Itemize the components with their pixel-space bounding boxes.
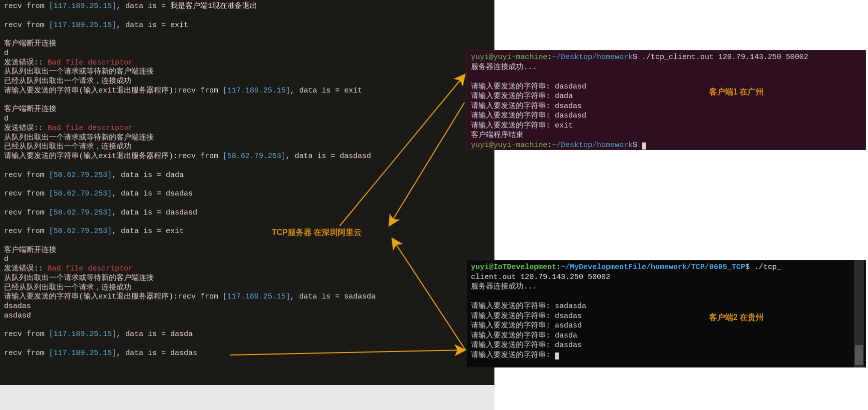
terminal-line: recv from [117.189.25.15], data is = exi…	[4, 21, 490, 30]
terminal-line: 客户端断开连接	[4, 246, 490, 256]
terminal-line	[4, 321, 490, 330]
terminal-line	[4, 162, 490, 171]
terminal-line: 发送错误:: Bad file descriptor	[4, 264, 490, 274]
client2-scrollbar-thumb[interactable]	[855, 345, 863, 365]
terminal-line: 请输入要发送的字符串(输入exit退出服务器程序):recv from [117…	[4, 86, 490, 96]
terminal-line: 从队列出取出一个请求或等待新的客户端连接	[4, 68, 490, 77]
terminal-line: recv from [117.189.25.15], data is = das…	[4, 349, 490, 358]
terminal-line: recv from [58.62.79.253], data is = dsad…	[4, 190, 490, 199]
terminal-line: dsadas	[4, 302, 490, 312]
terminal-line	[4, 199, 490, 208]
server-terminal[interactable]: recv from [117.189.25.15], data is = 我是客…	[0, 0, 494, 385]
client2-scrollbar[interactable]	[854, 260, 864, 368]
terminal-line: recv from [117.189.25.15], data is = das…	[4, 330, 490, 340]
terminal-line: 请输入要发送的字符串(输入exit退出服务器程序):recv from [58.…	[4, 152, 490, 162]
terminal-line: asdasd	[4, 312, 490, 321]
terminal-line: d	[4, 114, 490, 124]
terminal-line: 发送错误:: Bad file descriptor	[4, 124, 490, 134]
terminal-line: 已经从队列出取出一个请求，连接成功	[4, 77, 490, 86]
terminal-line	[4, 12, 490, 21]
terminal-line: 客户端断开连接	[4, 105, 490, 114]
terminal-line	[4, 30, 490, 40]
terminal-line: 从队列出取出一个请求或等待新的客户端连接	[4, 134, 490, 143]
terminal-line: 发送错误:: Bad file descriptor	[4, 58, 490, 68]
terminal-line	[4, 218, 490, 227]
terminal-line: d	[4, 255, 490, 264]
label-client2: 客户端2 在贵州	[709, 312, 764, 323]
label-client1: 客户端1 在广州	[709, 87, 764, 98]
client2-terminal[interactable]: yuyi@IoTDevelopment:~/MyDevelopmentFile/…	[466, 260, 866, 368]
terminal-line: d	[4, 49, 490, 58]
terminal-line: 请输入要发送的字符串(输入exit退出服务器程序):recv from [117…	[4, 292, 490, 302]
terminal-line: 已经从队列出取出一个请求，连接成功	[4, 142, 490, 152]
terminal-line	[4, 180, 490, 190]
terminal-line	[4, 340, 490, 349]
terminal-line: recv from [117.189.25.15], data is = 我是客…	[4, 2, 490, 12]
terminal-line: recv from [58.62.79.253], data is = dada	[4, 171, 490, 180]
terminal-line: recv from [58.62.79.253], data is = dasd…	[4, 208, 490, 218]
terminal-line	[4, 96, 490, 106]
terminal-line: 客户端断开连接	[4, 40, 490, 49]
client1-terminal[interactable]: yuyi@yuyi-machine:~/Desktop/homework$ ./…	[466, 50, 866, 150]
server-terminal-bottom-bar	[0, 385, 494, 410]
label-server: TCP服务器 在深圳阿里云	[272, 228, 362, 238]
terminal-line: 已经从队列出取出一个请求，连接成功	[4, 284, 490, 293]
terminal-line: recv from [58.62.79.253], data is = exit	[4, 227, 490, 236]
terminal-line: 从队列出取出一个请求或等待新的客户端连接	[4, 274, 490, 284]
terminal-line	[4, 236, 490, 246]
